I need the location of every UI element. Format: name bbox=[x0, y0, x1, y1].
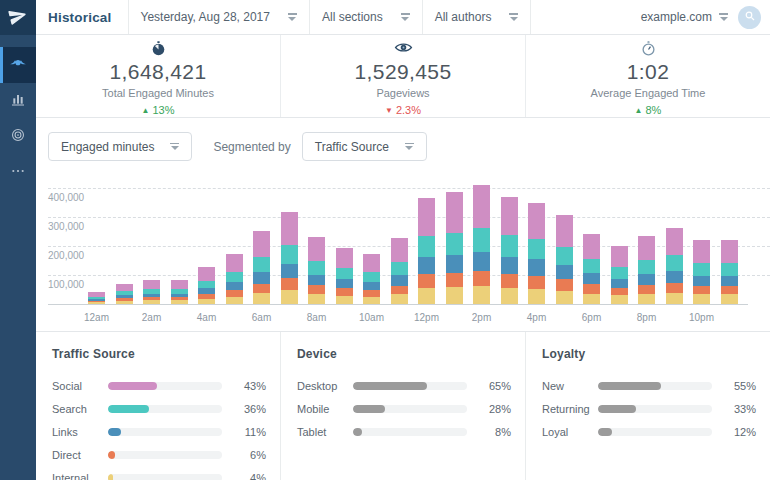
percent-bar-track bbox=[353, 382, 467, 390]
x-axis-label: 6am bbox=[252, 312, 271, 323]
date-range-dropdown[interactable]: Yesterday, Aug 28, 2017 bbox=[128, 0, 309, 34]
sidebar-item-overview[interactable] bbox=[0, 47, 36, 83]
x-axis-label: 8pm bbox=[637, 312, 656, 323]
bar-12am[interactable] bbox=[88, 292, 105, 304]
legend-label: New bbox=[542, 380, 592, 392]
bar-1am[interactable] bbox=[116, 284, 133, 304]
stopwatch-icon bbox=[150, 40, 167, 57]
bar-11pm[interactable] bbox=[721, 240, 738, 304]
bar-1pm[interactable] bbox=[446, 192, 463, 304]
bar-3pm[interactable] bbox=[501, 197, 518, 304]
site-dropdown[interactable]: example.com bbox=[641, 10, 728, 24]
social-segment bbox=[391, 238, 408, 262]
search-segment bbox=[583, 259, 600, 273]
sidebar-item-reports[interactable] bbox=[0, 83, 36, 119]
direct-segment bbox=[721, 286, 738, 294]
percent-bar-track bbox=[353, 428, 467, 436]
percent-bar-track bbox=[598, 428, 712, 436]
legend-value: 33% bbox=[722, 403, 756, 415]
stat-average-engaged-time: 1:02 Average Engaged Time ▲8% bbox=[525, 35, 770, 117]
internal-segment bbox=[363, 297, 380, 305]
bar-9am[interactable] bbox=[336, 248, 353, 304]
legend-label: Tablet bbox=[297, 426, 347, 438]
bar-6am[interactable] bbox=[253, 231, 270, 304]
bar-10pm[interactable] bbox=[693, 240, 710, 304]
legend-label: Social bbox=[52, 380, 102, 392]
percent-bar-fill bbox=[108, 451, 115, 459]
percent-bar-fill bbox=[108, 474, 113, 480]
social-segment bbox=[116, 284, 133, 291]
bar-10am[interactable] bbox=[363, 254, 380, 304]
internal-segment bbox=[638, 294, 655, 304]
bar-9pm[interactable] bbox=[666, 228, 683, 304]
direct-segment bbox=[281, 278, 298, 290]
authors-dropdown[interactable]: All authors bbox=[422, 0, 532, 34]
segment-dropdown[interactable]: Traffic Source bbox=[302, 132, 427, 161]
y-axis-label: 400,000 bbox=[48, 192, 84, 203]
direct-segment bbox=[473, 271, 490, 287]
links-segment bbox=[528, 259, 545, 275]
social-segment bbox=[336, 248, 353, 268]
stat-total-engaged-minutes: 1,648,421 Total Engaged Minutes ▲13% bbox=[36, 35, 280, 117]
search-button[interactable] bbox=[738, 6, 761, 29]
direct-segment bbox=[556, 279, 573, 291]
breakdown-traffic-source: Traffic SourceSocial43%Search36%Links11%… bbox=[36, 332, 280, 480]
bar-2pm[interactable] bbox=[473, 185, 490, 304]
links-segment bbox=[253, 272, 270, 284]
social-segment bbox=[226, 254, 243, 272]
social-segment bbox=[418, 198, 435, 236]
social-segment bbox=[528, 203, 545, 240]
metric-dropdown[interactable]: Engaged minutes bbox=[48, 132, 192, 161]
logo-button[interactable] bbox=[0, 0, 36, 35]
bar-4am[interactable] bbox=[198, 267, 215, 304]
legend-row-social: Social43% bbox=[52, 374, 266, 397]
bar-8am[interactable] bbox=[308, 237, 325, 304]
bar-2am[interactable] bbox=[143, 280, 160, 304]
legend-value: 4% bbox=[232, 472, 266, 480]
bar-12pm[interactable] bbox=[418, 198, 435, 304]
bar-6pm[interactable] bbox=[583, 234, 600, 304]
internal-segment bbox=[198, 299, 215, 305]
x-axis-label: 12pm bbox=[414, 312, 439, 323]
legend-value: 28% bbox=[477, 403, 511, 415]
direct-segment bbox=[583, 284, 600, 293]
internal-segment bbox=[308, 294, 325, 304]
percent-bar-fill bbox=[108, 382, 157, 390]
bar-8pm[interactable] bbox=[638, 236, 655, 304]
app-window: Historical Yesterday, Aug 28, 2017 All s… bbox=[0, 0, 770, 480]
percent-bar-fill bbox=[598, 382, 661, 390]
x-axis-label: 12am bbox=[84, 312, 109, 323]
search-segment bbox=[418, 236, 435, 257]
bar-7am[interactable] bbox=[281, 212, 298, 304]
direct-segment bbox=[391, 286, 408, 295]
sidebar-item-goals[interactable] bbox=[0, 119, 36, 155]
social-segment bbox=[666, 228, 683, 255]
legend-value: 65% bbox=[477, 380, 511, 392]
bar-5pm[interactable] bbox=[556, 215, 573, 304]
social-segment bbox=[171, 280, 188, 289]
gridline bbox=[48, 188, 770, 189]
social-segment bbox=[253, 231, 270, 257]
percent-bar-fill bbox=[598, 428, 612, 436]
internal-segment bbox=[556, 291, 573, 304]
sections-dropdown[interactable]: All sections bbox=[309, 0, 422, 34]
breakdown-title: Device bbox=[297, 347, 511, 361]
bar-3am[interactable] bbox=[171, 280, 188, 304]
social-segment bbox=[473, 185, 490, 228]
x-axis-label: 10am bbox=[359, 312, 384, 323]
bar-11am[interactable] bbox=[391, 238, 408, 304]
links-segment bbox=[363, 282, 380, 290]
x-axis-label: 10pm bbox=[689, 312, 714, 323]
chevron-down-icon bbox=[170, 143, 179, 151]
internal-segment bbox=[253, 293, 270, 304]
bar-4pm[interactable] bbox=[528, 203, 545, 304]
up-arrow-icon: ▲ bbox=[635, 106, 643, 115]
percent-bar-track bbox=[108, 405, 222, 413]
bar-7pm[interactable] bbox=[611, 246, 628, 304]
internal-segment bbox=[501, 288, 518, 304]
sidebar-item-more[interactable] bbox=[0, 155, 36, 191]
social-segment bbox=[583, 234, 600, 259]
bar-5am[interactable] bbox=[226, 254, 243, 304]
legend-row-mobile: Mobile28% bbox=[297, 397, 511, 420]
percent-bar-fill bbox=[353, 382, 427, 390]
